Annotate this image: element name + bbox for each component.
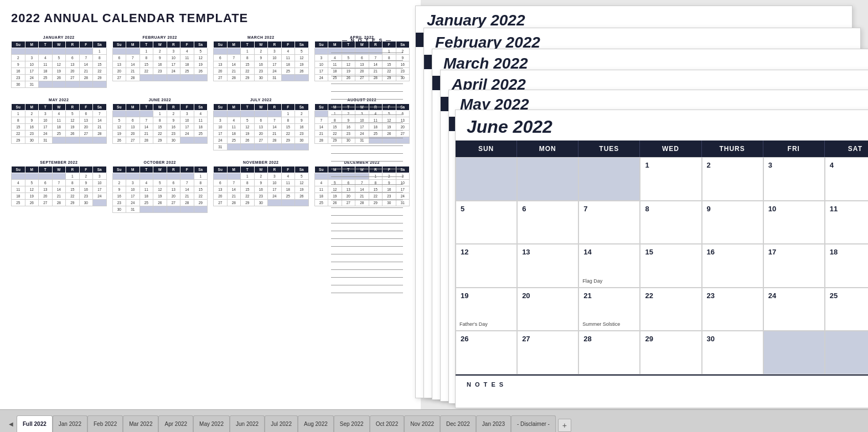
day-cell [180, 173, 194, 180]
day-cell [39, 173, 53, 180]
day-cell: 21 [268, 131, 282, 137]
day-cell [167, 75, 180, 81]
note-line [331, 107, 403, 115]
day-cell: 30 [25, 137, 39, 144]
tab-jun-2022[interactable]: Jun 2022 [230, 415, 265, 432]
day-cell: 24 [268, 68, 282, 75]
tab-oct-2022[interactable]: Oct 2022 [370, 415, 405, 432]
tab-apr-2022[interactable]: Apr 2022 [158, 415, 193, 432]
tab-may-2022[interactable]: May 2022 [193, 415, 230, 432]
day-cell: 28 [52, 200, 66, 206]
day-cell: 2 [112, 180, 126, 186]
day-cell: 10 [268, 180, 282, 186]
tab-jul-2022[interactable]: Jul 2022 [265, 415, 298, 432]
day-cell: 25 [281, 68, 295, 75]
tab-jan-2023[interactable]: Jan 2023 [476, 415, 511, 432]
day-cell: 9 [295, 117, 309, 124]
day-cell: 6 [112, 55, 126, 61]
tab-jan-2022[interactable]: Jan 2022 [53, 415, 87, 432]
day-cell: 10 [25, 61, 39, 68]
day-cell: 19 [112, 131, 126, 137]
day-cell: 13 [214, 61, 228, 68]
note-line [331, 92, 403, 100]
tab-dec-2022[interactable]: Dec 2022 [440, 415, 476, 432]
day-cell: 29 [12, 137, 25, 144]
day-cell: 18 [281, 186, 295, 193]
day-cell [281, 200, 295, 206]
tab-nav-left[interactable]: ◀ [6, 415, 17, 432]
june-day-cell: 12 [456, 244, 517, 288]
day-cell: 18 [180, 61, 194, 68]
day-cell: 13 [39, 186, 53, 193]
day-cell: 11 [227, 124, 241, 131]
day-cell: 1 [194, 173, 208, 180]
day-cell: 8 [281, 117, 295, 124]
day-cell: 15 [281, 124, 295, 131]
day-cell: 21 [126, 68, 140, 75]
day-cell: 5 [153, 180, 167, 186]
day-cell [295, 75, 309, 81]
day-cell [254, 111, 268, 117]
tab-nov-2022[interactable]: Nov 2022 [404, 415, 440, 432]
day-cell: 31 [25, 81, 39, 88]
tab-feb-2022[interactable]: Feb 2022 [87, 415, 123, 432]
day-cell: 26 [66, 131, 80, 137]
day-cell [126, 48, 140, 55]
day-cell: 17 [126, 193, 140, 200]
day-cell: 18 [39, 68, 53, 75]
june-day-cell: 29 [640, 331, 701, 374]
tab-aug-2022[interactable]: Aug 2022 [298, 415, 334, 432]
day-cell: 23 [167, 131, 180, 137]
day-cell: 17 [167, 61, 180, 68]
note-line [331, 76, 403, 84]
day-cell: 16 [25, 124, 39, 131]
day-cell: 19 [66, 124, 80, 131]
june-day-cell: 4 [825, 157, 868, 201]
day-cell [214, 48, 228, 55]
card-june-full[interactable]: June 2022 SUNMONTUESWEDTHURSFRISAT 12345… [455, 110, 868, 408]
day-cell: 28 [268, 137, 282, 144]
day-cell: 16 [79, 186, 93, 193]
day-cell: 10 [180, 117, 194, 124]
notes-title: — N O T E S — [331, 38, 403, 43]
note-line [331, 53, 403, 61]
add-tab-button[interactable]: + [558, 419, 571, 432]
day-cell: 4 [281, 173, 295, 180]
day-cell: 22 [12, 131, 25, 137]
june-day-cell: 22 [640, 288, 701, 331]
day-cell: 20 [79, 124, 93, 131]
day-cell: 15 [153, 124, 167, 131]
day-cell: 16 [254, 61, 268, 68]
day-cell: 1 [140, 48, 153, 55]
day-cell: 22 [93, 68, 107, 75]
tab-full-2022[interactable]: Full 2022 [17, 415, 53, 432]
day-cell [66, 48, 80, 55]
day-cell: 21 [79, 68, 93, 75]
day-cell: 2 [254, 48, 268, 55]
day-cell: 21 [227, 193, 241, 200]
tab-sep-2022[interactable]: Sep 2022 [334, 415, 370, 432]
day-cell: 11 [52, 117, 66, 124]
day-cell: 16 [112, 193, 126, 200]
mini-cal-title: MARCH 2022 [213, 35, 309, 39]
day-cell: 2 [25, 111, 39, 117]
day-cell [140, 75, 153, 81]
day-cell: 23 [295, 131, 309, 137]
day-cell [93, 81, 107, 88]
day-cell [79, 48, 93, 55]
mini-cal-november-2022: NOVEMBER 2022SuMTWRFSa123456789101112131… [213, 160, 309, 213]
day-cell: 4 [52, 111, 66, 117]
day-cell: 21 [180, 193, 194, 200]
day-cell: 28 [180, 200, 194, 206]
day-cell: 14 [227, 186, 241, 193]
day-cell: 8 [194, 180, 208, 186]
day-cell: 13 [254, 124, 268, 131]
day-cell: 28 [140, 137, 153, 144]
day-cell: 8 [140, 55, 153, 61]
tab-mar-2022[interactable]: Mar 2022 [123, 415, 158, 432]
tab---disclaimer--[interactable]: - Disclaimer - [511, 415, 556, 432]
note-line [331, 185, 403, 192]
day-cell: 29 [281, 137, 295, 144]
day-cell: 17 [93, 186, 107, 193]
june-day-cell [825, 331, 868, 374]
